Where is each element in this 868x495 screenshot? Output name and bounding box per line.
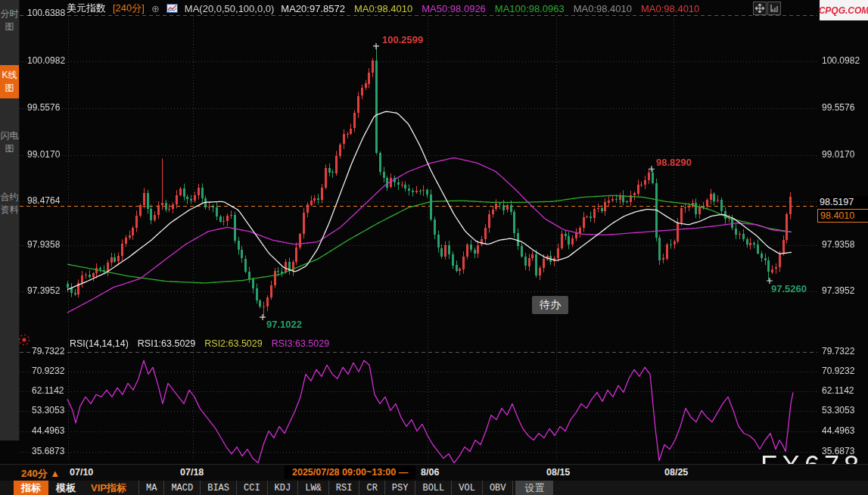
rsi-axis-label-left: 79.7322 [32,346,64,356]
indicator-button-BOLL[interactable]: BOLL [415,481,452,495]
rsi-value-3: RSI3:63.5029 [272,338,329,349]
price-axis-label-right: 100.0982 [822,55,860,66]
chart-header: 美元指数 [240分] ⊕ MA(20,0,50,100,0,0) MA20:9… [67,2,699,15]
ma-value-1: MA0:98.4010 [354,3,412,14]
ma-value-5: MA0:98.4010 [641,3,699,14]
indicator-group: MAMACDBIASCCIKDJLW&RSICRPSYBOLLVOLOBV [138,481,514,495]
rsi-axis-label-left: 62.1142 [32,385,64,396]
brand-logo: CPQG.COM [820,0,868,20]
time-tick-07/18: 07/18 [180,467,204,478]
sidebar-item-K线图[interactable]: K线图 [0,65,19,98]
rsi-value-2: RSI2:63.5029 [204,338,262,349]
price-marker-label: 98.8290 [656,157,692,168]
rsi-axis-label-right: 62.1142 [822,385,854,396]
indicator-button-BIAS[interactable]: BIAS [201,481,237,495]
time-tick-07/10: 07/10 [70,467,93,478]
rsi-axis-label-left: 44.4963 [32,425,64,436]
axis-scale-icon[interactable] [767,2,781,15]
rsi-axis-label-right: 53.3053 [822,405,854,416]
toolbar-tab-模板[interactable]: 模板 [48,481,83,495]
price-axis-label-right: 99.5576 [822,102,854,113]
indicator-formula: MA(20,0,50,100,0,0) [185,3,275,14]
price-marker-label: 100.2599 [382,34,423,45]
indicator-toolbar: 指标模板VIP指标MAMACDBIASCCIKDJLW&RSICRPSYBOLL… [0,481,868,495]
todo-button[interactable]: 待办 [532,296,568,314]
period-label: [240分] [113,2,145,15]
rsi-axis-label-right: 79.7322 [822,346,854,356]
rsi-axis-label-left: 35.6873 [32,446,64,456]
price-axis-label-left: 100.6388 [27,8,65,18]
price-tag-98.5197: 98.5197 [817,196,868,208]
rsi-axis-label-right: 44.4963 [822,425,854,436]
symbol-name: 美元指数 [67,2,106,15]
price-axis-label-left: 97.9358 [27,239,60,250]
price-chart-canvas[interactable] [0,0,868,495]
toolbar-tab-指标[interactable]: 指标 [14,481,48,495]
period-selector[interactable]: 240分 ▲ [21,467,60,481]
rsi-axis-label-left: 70.9232 [32,366,64,376]
price-tag-98.4010: 98.4010 [817,209,868,223]
rsi-value-0: RSI(14,14,14) [70,338,129,349]
price-axis-label-right: 97.3952 [822,285,854,296]
sidebar-item-分时图[interactable]: 分时图 [0,4,19,37]
pan-tool-icon[interactable] [753,2,767,15]
price-marker-label: 97.1022 [266,319,302,330]
ma-values: MA20:97.8572MA0:98.4010MA50:98.0926MA100… [281,3,699,14]
circle-plus-icon[interactable]: ⊕ [151,3,160,14]
sidebar-item-闪电图[interactable]: 闪电图 [0,126,19,159]
price-axis-label-right: 97.9358 [822,239,854,250]
indicator-button-KDJ[interactable]: KDJ [268,481,299,495]
indicator-button-CR[interactable]: CR [359,481,384,495]
time-tick-08/25: 08/25 [664,467,688,478]
ma-value-3: MA100:98.0963 [495,3,565,14]
indicator-button-MACD[interactable]: MACD [164,481,201,495]
indicator-button-LW&[interactable]: LW& [298,481,329,495]
price-axis-label-left: 98.4764 [27,195,60,206]
ma-value-4: MA0:98.4010 [574,3,632,14]
price-axis-label-right: 99.0170 [822,149,854,160]
rsi-value-1: RSI1:63.5029 [138,338,195,349]
ma-value-2: MA50:98.0926 [422,3,486,14]
alert-beacon-icon [17,333,31,347]
rsi-axis-label-left: 53.3053 [32,405,64,416]
rsi-axis-label-right: 70.9232 [822,366,854,376]
ma-value-0: MA20:97.8572 [281,3,345,14]
price-axis-label-left: 99.0170 [27,149,60,160]
rsi-indicator-header: RSI(14,14,14)RSI1:63.5029RSI2:63.5029RSI… [70,338,329,349]
mini-chart-icon[interactable] [166,4,178,13]
indicator-button-PSY[interactable]: PSY [385,481,416,495]
indicator-button-VOL[interactable]: VOL [452,481,483,495]
price-marker-label: 97.5260 [771,283,807,294]
sidebar-item-合约资料[interactable]: 合约资料 [0,187,19,220]
indicator-button-OBV[interactable]: OBV [483,481,514,495]
price-axis-label-left: 97.3952 [27,285,60,296]
price-axis-label-left: 99.5576 [27,102,60,113]
left-sidebar: 分时图K线图闪电图合约资料 [0,0,20,441]
settings-button[interactable]: 设置 [515,481,553,495]
indicator-button-MA[interactable]: MA [139,481,164,495]
time-tick-08/15: 08/15 [546,467,570,478]
candle-time-tooltip: 2025/07/28 09:00~13:00 — [285,465,415,479]
indicator-button-CCI[interactable]: CCI [237,481,268,495]
toolbar-tab-VIP指标[interactable]: VIP指标 [83,481,134,495]
indicator-button-RSI[interactable]: RSI [329,481,360,495]
time-tick-8/06: 8/06 [421,467,439,478]
price-axis-label-left: 100.0982 [27,55,65,66]
time-axis: 240分 ▲ 07/1007/188/0608/1508/25 2025/07/… [0,464,868,481]
